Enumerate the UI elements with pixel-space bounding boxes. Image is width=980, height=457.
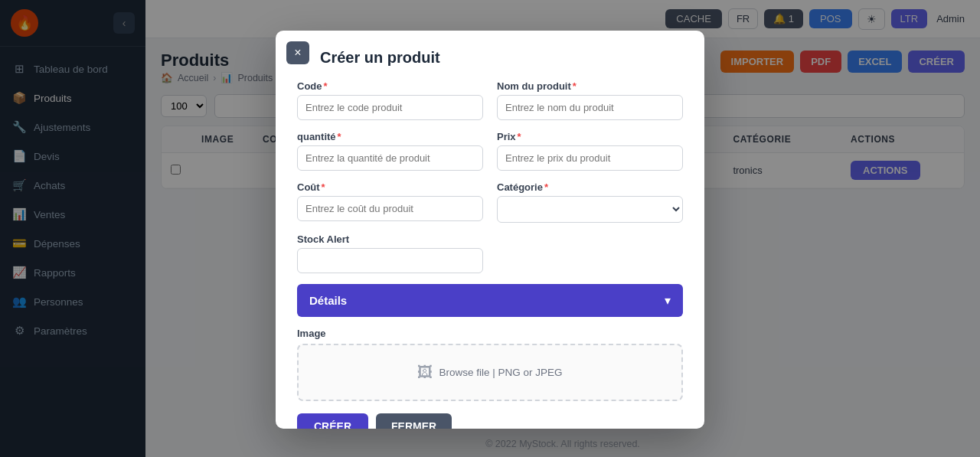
modal-form-grid: Code* Nom du produit* quantité*: [297, 80, 683, 273]
image-dropzone[interactable]: 🖼 Browse file | PNG or JPEG: [297, 344, 683, 401]
modal-close-button[interactable]: ×: [286, 41, 309, 64]
details-label: Détails: [309, 294, 347, 307]
quantite-input[interactable]: [297, 145, 483, 171]
modal-creer-button[interactable]: CRÉER: [297, 413, 368, 429]
stock-field-group: Stock Alert: [297, 233, 483, 273]
image-upload-icon: 🖼: [417, 364, 433, 381]
nom-label: Nom du produit*: [497, 80, 683, 92]
prix-input[interactable]: [497, 145, 683, 171]
chevron-down-icon: ▾: [665, 293, 671, 308]
modal-footer: CRÉER FERMER: [297, 413, 683, 429]
cout-label: Coût*: [297, 181, 483, 193]
modal-fermer-button[interactable]: FERMER: [376, 413, 452, 429]
nom-field-group: Nom du produit*: [497, 80, 683, 120]
quantite-label: quantité*: [297, 131, 483, 142]
categorie-label: Catégorie*: [497, 181, 683, 193]
image-section: Image 🖼 Browse file | PNG or JPEG: [297, 328, 683, 401]
categorie-field-group: Catégorie*: [497, 181, 683, 223]
cout-input[interactable]: [297, 196, 483, 221]
quantite-field-group: quantité*: [297, 131, 483, 171]
code-input[interactable]: [297, 95, 483, 120]
nom-input[interactable]: [497, 95, 683, 120]
prix-label: Prix*: [497, 131, 683, 142]
modal-overlay[interactable]: × Créer un produit Code* Nom du produit*: [0, 0, 980, 457]
cout-field-group: Coût*: [297, 181, 483, 223]
create-product-modal: × Créer un produit Code* Nom du produit*: [276, 31, 704, 429]
image-browse-text: Browse file | PNG or JPEG: [439, 367, 562, 378]
details-section[interactable]: Détails ▾: [297, 284, 683, 317]
code-field-group: Code*: [297, 80, 483, 120]
stock-label: Stock Alert: [297, 233, 483, 245]
code-label: Code*: [297, 80, 483, 92]
categorie-select[interactable]: [497, 196, 683, 223]
prix-field-group: Prix*: [497, 131, 683, 171]
modal-title: Créer un produit: [320, 49, 683, 67]
image-label: Image: [297, 328, 683, 339]
stock-input[interactable]: [297, 248, 483, 273]
